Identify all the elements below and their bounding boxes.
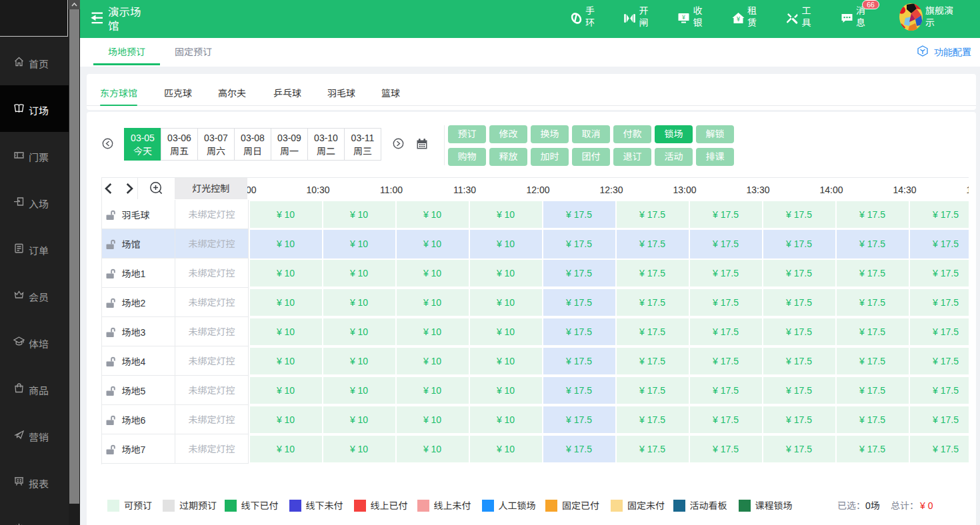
svg-text:¥: ¥ <box>682 12 685 21</box>
svg-text:¥: ¥ <box>736 13 740 23</box>
